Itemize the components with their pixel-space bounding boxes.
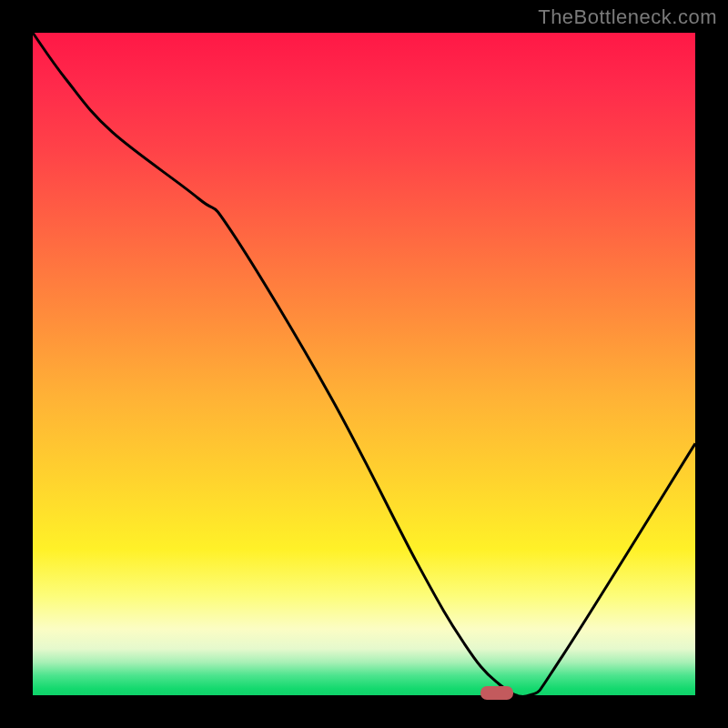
plot-area: [33, 33, 695, 695]
curve-path: [33, 33, 695, 697]
watermark-text: TheBottleneck.com: [538, 5, 717, 29]
bottleneck-curve: [33, 33, 695, 695]
optimal-marker: [480, 686, 513, 700]
chart-frame: TheBottleneck.com: [0, 0, 728, 728]
